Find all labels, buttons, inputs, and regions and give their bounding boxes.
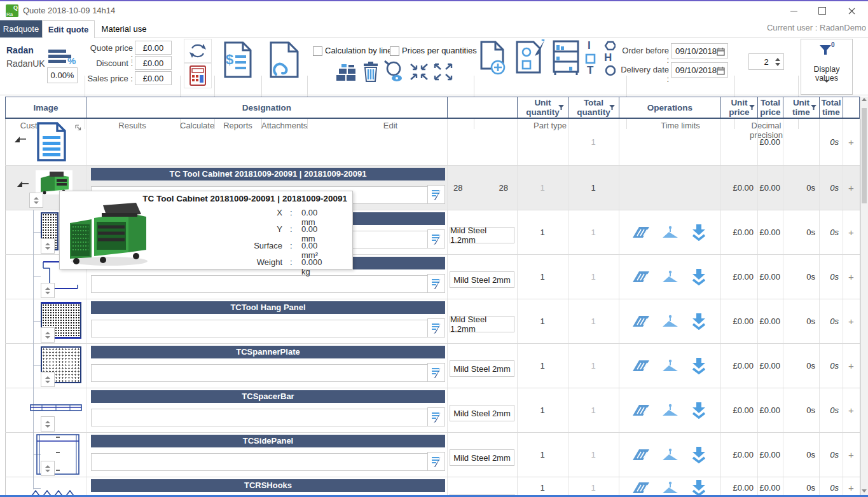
- designation-input[interactable]: [91, 364, 431, 382]
- export-operation-icon[interactable]: [690, 401, 708, 419]
- add-line-button[interactable]: +: [843, 210, 860, 254]
- designation-input[interactable]: [91, 409, 431, 426]
- part-thumbnail[interactable]: [29, 488, 83, 497]
- table-row-part[interactable]: TCRSHooks Mild Steel 2mm 1 1 £0.00 £0.00…: [0, 477, 868, 497]
- fold-operation-icon[interactable]: [661, 357, 680, 374]
- material-field[interactable]: Mild Steel 1.2mm: [450, 316, 514, 332]
- fold-operation-icon[interactable]: [661, 446, 680, 463]
- quantity-spinner[interactable]: [41, 416, 55, 432]
- table-row-part[interactable]: TCSpannerPlate Mild Steel 2mm 1 1 £0.00 …: [0, 343, 868, 388]
- collapse-arrow-icon[interactable]: [14, 135, 27, 143]
- quantity-spinner[interactable]: [41, 461, 55, 476]
- sales-price-field[interactable]: £0.00: [135, 71, 172, 85]
- table-row-part[interactable]: TCSidePanel Mild Steel 2mm 1 1 £0.00 £0.…: [0, 432, 868, 477]
- add-line-button[interactable]: +: [843, 165, 860, 210]
- group-lines-button[interactable]: [335, 63, 361, 85]
- designation-input[interactable]: [91, 275, 431, 293]
- maximize-button[interactable]: [811, 1, 833, 20]
- edit-part-button[interactable]: [514, 39, 547, 77]
- punch-operation-icon[interactable]: [631, 224, 651, 240]
- quantity-spinner[interactable]: [41, 372, 55, 387]
- decimal-precision-stepper[interactable]: 2: [748, 53, 784, 70]
- punch-operation-icon[interactable]: [631, 446, 651, 463]
- recalculate-button[interactable]: [184, 39, 212, 63]
- quantity-spinner[interactable]: [41, 327, 55, 343]
- new-part-button[interactable]: [478, 40, 507, 77]
- column-header-total-quantity[interactable]: Total quantity: [568, 97, 619, 118]
- filter-icon[interactable]: [748, 104, 755, 111]
- designation-edit-button[interactable]: [427, 318, 445, 337]
- export-operation-icon[interactable]: [690, 223, 708, 241]
- tab-edit-quote[interactable]: Edit quote: [42, 20, 95, 38]
- calculate-button[interactable]: [184, 63, 212, 88]
- add-line-button[interactable]: +: [843, 388, 860, 432]
- column-header-operations[interactable]: Operations: [619, 97, 721, 118]
- discount-field[interactable]: £0.00: [135, 56, 172, 70]
- punch-operation-icon[interactable]: [631, 402, 651, 418]
- filter-icon[interactable]: [609, 104, 616, 111]
- export-operation-icon[interactable]: [690, 479, 708, 496]
- assembly-button[interactable]: [552, 39, 580, 76]
- punch-operation-icon[interactable]: [631, 313, 651, 329]
- quantity-spinner[interactable]: [41, 238, 55, 254]
- add-line-button[interactable]: +: [843, 432, 860, 477]
- material-field[interactable]: Mild Steel 2mm: [450, 271, 514, 288]
- fold-operation-icon[interactable]: [661, 313, 680, 329]
- filter-icon[interactable]: [558, 104, 565, 111]
- fold-operation-icon[interactable]: [661, 479, 680, 496]
- designation-edit-button[interactable]: [427, 363, 445, 382]
- material-field[interactable]: Mild Steel 2mm: [450, 449, 514, 466]
- designation-input[interactable]: [91, 320, 431, 337]
- quantity-spinner[interactable]: [29, 193, 43, 208]
- column-header-designation[interactable]: Designation: [86, 97, 448, 118]
- prices-per-quantities-checkbox[interactable]: [390, 46, 399, 56]
- fold-operation-icon[interactable]: [661, 402, 680, 418]
- filter-icon[interactable]: [810, 104, 817, 111]
- column-header-unit-time[interactable]: Unit time: [783, 97, 820, 118]
- quantity-spinner[interactable]: [41, 283, 55, 298]
- add-line-button[interactable]: +: [843, 343, 860, 388]
- fold-operation-icon[interactable]: [661, 224, 680, 240]
- material-field[interactable]: Mild Steel 2mm: [450, 405, 514, 421]
- minimize-button[interactable]: [783, 1, 804, 20]
- add-line-button[interactable]: +: [843, 254, 860, 299]
- profiles-button[interactable]: I H T: [584, 41, 616, 76]
- export-operation-icon[interactable]: [690, 312, 708, 330]
- add-line-button[interactable]: +: [843, 119, 860, 165]
- scrollbar-thumb[interactable]: [862, 108, 867, 203]
- reports-button[interactable]: $: [221, 40, 255, 79]
- material-field[interactable]: Mild Steel 1.2mm: [450, 227, 514, 243]
- delete-button[interactable]: [362, 61, 379, 85]
- column-header-unit-quantity[interactable]: Unit quantity: [518, 97, 568, 118]
- add-line-button[interactable]: +: [843, 477, 860, 497]
- column-header-material[interactable]: [448, 97, 518, 118]
- attachments-button[interactable]: [265, 40, 303, 79]
- part-thumbnail[interactable]: [29, 403, 83, 413]
- tab-radquote[interactable]: Radquote: [0, 20, 42, 37]
- customer-discount-field[interactable]: 0.00%: [47, 67, 78, 83]
- calculation-by-line-checkbox[interactable]: [313, 46, 322, 56]
- scroll-down-icon[interactable]: [862, 489, 867, 493]
- close-button[interactable]: [841, 1, 862, 20]
- add-line-button[interactable]: +: [843, 299, 860, 343]
- stepper-arrows-icon[interactable]: [775, 58, 780, 66]
- collapse-arrow-icon[interactable]: [17, 180, 29, 187]
- display-values-button[interactable]: 0 Display values: [801, 39, 853, 95]
- preview-button[interactable]: [383, 60, 406, 85]
- expand-all-button[interactable]: [434, 63, 453, 83]
- material-field[interactable]: Mild Steel 2mm: [450, 494, 514, 497]
- table-row-part[interactable]: TCSpacerBar Mild Steel 2mm 1 1 £0.00 £0.…: [0, 388, 868, 432]
- export-operation-icon[interactable]: [690, 446, 708, 463]
- column-header-unit-price[interactable]: Unit price: [721, 97, 758, 118]
- designation-input[interactable]: [91, 453, 431, 471]
- material-field[interactable]: Mild Steel 2mm: [450, 360, 514, 377]
- table-row[interactable]: 1 £0.00 0s +: [0, 119, 868, 165]
- table-row-part[interactable]: TCTool Hang Panel Mild Steel 1.2mm 1 1 £…: [0, 299, 868, 343]
- column-header-total-price[interactable]: Total price: [758, 97, 783, 118]
- tab-material-use[interactable]: Material use: [94, 20, 154, 37]
- designation-edit-button[interactable]: [427, 407, 445, 426]
- punch-operation-icon[interactable]: [631, 268, 651, 285]
- column-header-image[interactable]: Image: [6, 97, 86, 118]
- collapse-all-button[interactable]: [410, 63, 429, 83]
- punch-operation-icon[interactable]: [631, 479, 651, 496]
